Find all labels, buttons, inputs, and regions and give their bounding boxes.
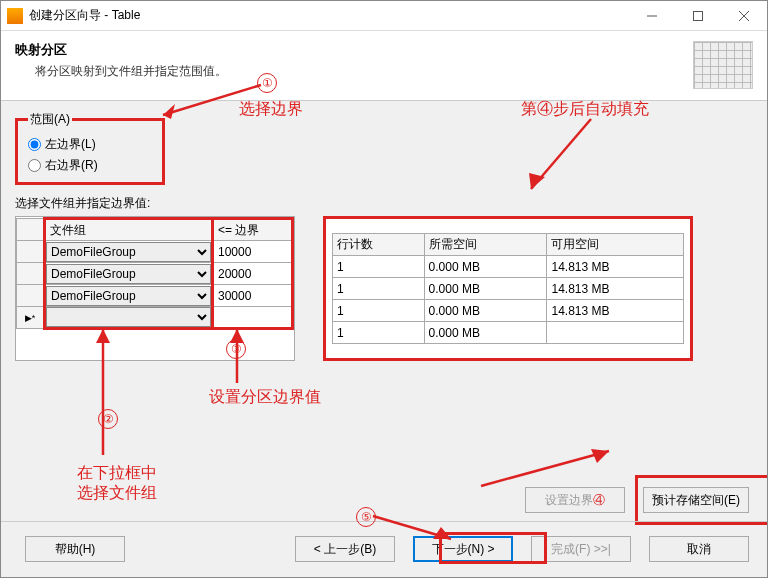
table-row[interactable]: DemoFileGroup 10000 [17,241,293,263]
finish-button[interactable]: 完成(F) >>| [531,536,631,562]
next-button[interactable]: 下一步(N) > [413,536,513,562]
storage-grid: 行计数 所需空间 可用空间 1 0.000 MB 14.813 MB 1 0.0… [323,216,693,361]
col-available-header: 可用空间 [547,234,684,256]
row-selector[interactable] [17,285,45,307]
table-row: 1 0.000 MB 14.813 MB [333,300,684,322]
maximize-button[interactable] [675,1,721,31]
required-cell: 0.000 MB [424,300,547,322]
wizard-heading: 映射分区 [15,41,693,59]
boundary-cell[interactable]: 10000 [213,241,293,263]
window-title: 创建分区向导 - Table [29,7,629,24]
range-fieldset: 范围(A) 左边界(L) 右边界(R) [15,111,165,185]
app-icon [7,8,23,24]
filegroup-select[interactable] [46,307,211,327]
storage-buttons-row: 设置边界④ 预计存储空间(E) [1,479,767,521]
rowcount-cell: 1 [333,256,425,278]
filegroup-cell[interactable]: DemoFileGroup [45,263,213,285]
annotation-set-boundary-val: 设置分区边界值 [209,387,321,408]
col-required-header: 所需空间 [424,234,547,256]
close-button[interactable] [721,1,767,31]
wizard-nav-row: 帮助(H) < 上一步(B) 下一步(N) > 完成(F) >>| 取消 [1,521,767,570]
required-cell: 0.000 MB [424,256,547,278]
boundary-cell[interactable]: 30000 [213,285,293,307]
available-cell: 14.813 MB [547,278,684,300]
col-rowcount-header: 行计数 [333,234,425,256]
table-row: 1 0.000 MB 14.813 MB [333,256,684,278]
wizard-header-image [693,41,753,89]
set-boundary-button[interactable]: 设置边界④ [525,487,625,513]
filegroup-select[interactable]: DemoFileGroup [46,264,211,284]
rowcount-cell: 1 [333,300,425,322]
wizard-subheading: 将分区映射到文件组并指定范围值。 [15,63,693,80]
available-cell [547,322,684,344]
svg-rect-1 [694,11,703,20]
left-boundary-radio[interactable] [28,138,41,151]
rowcount-cell: 1 [333,322,425,344]
filegroup-select[interactable]: DemoFileGroup [46,242,211,262]
boundary-cell[interactable] [213,307,293,329]
col-boundary-header: <= 边界 [213,219,293,241]
table-row[interactable]: ▶* [17,307,293,329]
row-selector[interactable] [17,263,45,285]
filegroup-cell[interactable]: DemoFileGroup [45,285,213,307]
required-cell: 0.000 MB [424,322,547,344]
right-boundary-radio[interactable] [28,159,41,172]
range-legend: 范围(A) [28,111,72,128]
titlebar: 创建分区向导 - Table [1,1,767,31]
row-header-blank [17,219,45,241]
grid-caption: 选择文件组并指定边界值: [15,195,753,212]
estimate-storage-button[interactable]: 预计存储空间(E) [643,487,749,513]
wizard-header: 映射分区 将分区映射到文件组并指定范围值。 [1,31,767,101]
rowcount-cell: 1 [333,278,425,300]
table-row[interactable]: DemoFileGroup 20000 [17,263,293,285]
filegroup-cell[interactable] [45,307,213,329]
available-cell: 14.813 MB [547,300,684,322]
required-cell: 0.000 MB [424,278,547,300]
svg-marker-13 [591,449,609,463]
table-row[interactable]: DemoFileGroup 30000 [17,285,293,307]
row-selector[interactable]: ▶* [17,307,45,329]
help-button[interactable]: 帮助(H) [25,536,125,562]
cancel-button[interactable]: 取消 [649,536,749,562]
filegroup-cell[interactable]: DemoFileGroup [45,241,213,263]
minimize-button[interactable] [629,1,675,31]
wizard-content: 范围(A) 左边界(L) 右边界(R) 选择文件组并指定边界值: 文件组 <= … [1,101,767,361]
back-button[interactable]: < 上一步(B) [295,536,395,562]
window-controls [629,1,767,31]
row-selector[interactable] [17,241,45,263]
annotation-2: ② [98,409,118,429]
available-cell: 14.813 MB [547,256,684,278]
filegroup-grid[interactable]: 文件组 <= 边界 DemoFileGroup 10000 DemoFileGr… [15,216,295,361]
boundary-cell[interactable]: 20000 [213,263,293,285]
left-boundary-label: 左边界(L) [45,136,96,153]
col-filegroup-header: 文件组 [45,219,213,241]
table-row: 1 0.000 MB 14.813 MB [333,278,684,300]
right-boundary-label: 右边界(R) [45,157,98,174]
table-row: 1 0.000 MB [333,322,684,344]
filegroup-select[interactable]: DemoFileGroup [46,286,211,306]
